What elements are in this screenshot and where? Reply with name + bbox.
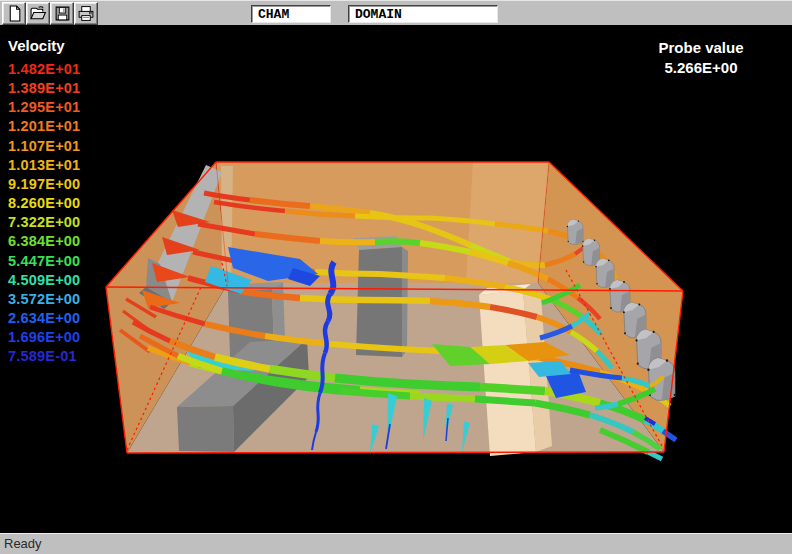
probe-readout: Probe value 5.266E+00 bbox=[645, 38, 757, 78]
open-button[interactable] bbox=[26, 2, 50, 25]
legend-entry: 1.389E+01 bbox=[8, 79, 80, 98]
print-button[interactable] bbox=[74, 2, 98, 25]
open-folder-icon bbox=[30, 5, 47, 22]
legend-entry: 1.295E+01 bbox=[8, 98, 80, 117]
status-bar: Ready bbox=[0, 533, 792, 554]
domain-field[interactable] bbox=[348, 5, 498, 23]
legend-entry: 1.482E+01 bbox=[8, 60, 80, 79]
new-document-icon bbox=[6, 5, 23, 22]
status-text: Ready bbox=[4, 536, 42, 551]
save-button[interactable] bbox=[50, 2, 74, 25]
legend-entry: 6.384E+00 bbox=[8, 232, 80, 251]
printer-icon bbox=[77, 5, 95, 22]
graphics-viewport: Velocity 1.482E+01 1.389E+01 1.295E+01 1… bbox=[0, 25, 792, 533]
legend: 1.482E+01 1.389E+01 1.295E+01 1.201E+01 … bbox=[8, 60, 80, 367]
legend-entry: 7.589E-01 bbox=[8, 347, 80, 366]
legend-entry: 8.260E+00 bbox=[8, 194, 80, 213]
toolbar bbox=[0, 0, 792, 25]
legend-entry: 1.013E+01 bbox=[8, 156, 80, 175]
probe-value: 5.266E+00 bbox=[645, 58, 757, 78]
legend-entry: 1.201E+01 bbox=[8, 117, 80, 136]
scene-3d[interactable] bbox=[0, 25, 792, 533]
new-button[interactable] bbox=[2, 2, 26, 25]
cham-field[interactable] bbox=[251, 5, 331, 23]
rack-middle bbox=[354, 236, 408, 357]
legend-entry: 1.107E+01 bbox=[8, 137, 80, 156]
legend-entry: 3.572E+00 bbox=[8, 290, 80, 309]
legend-entry: 5.447E+00 bbox=[8, 252, 80, 271]
legend-entry: 1.696E+00 bbox=[8, 328, 80, 347]
plot-variable-title: Velocity bbox=[8, 37, 65, 54]
legend-entry: 2.634E+00 bbox=[8, 309, 80, 328]
corner-strip bbox=[221, 166, 233, 285]
probe-label: Probe value bbox=[645, 38, 757, 58]
floppy-disk-icon bbox=[54, 5, 71, 22]
legend-entry: 4.509E+00 bbox=[8, 271, 80, 290]
legend-entry: 7.322E+00 bbox=[8, 213, 80, 232]
legend-entry: 9.197E+00 bbox=[8, 175, 80, 194]
